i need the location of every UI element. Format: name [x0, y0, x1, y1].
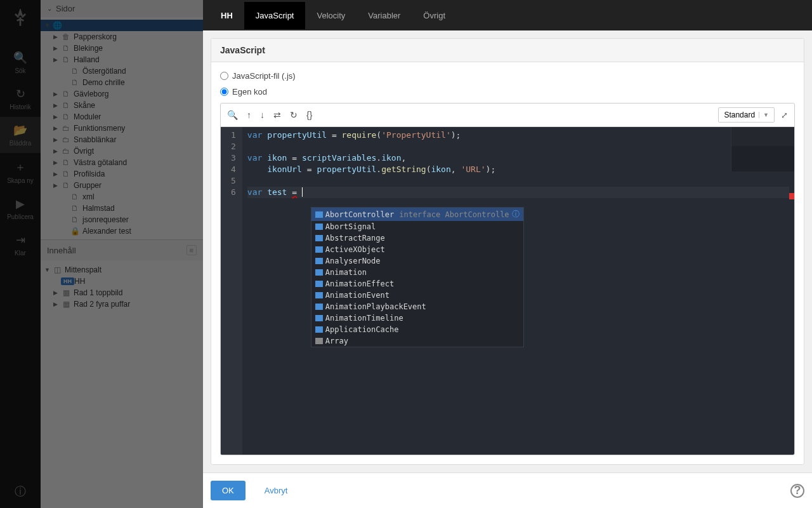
braces-icon[interactable]: {}	[306, 110, 312, 120]
tab-hh[interactable]: HH	[209, 2, 244, 29]
code-editor[interactable]: 123456 var propertyUtil = require('Prope…	[221, 127, 794, 455]
expander-icon[interactable]: ▶	[53, 125, 61, 131]
tree-item[interactable]: ▶▦ Rad 2 fyra puffar	[41, 298, 203, 310]
pages-section-header[interactable]: ⌄ Sidor	[41, 0, 203, 17]
fullscreen-icon[interactable]: ⤢	[781, 110, 788, 120]
tree-item[interactable]: ▶🗋Moduler	[41, 111, 203, 123]
radio-js-file[interactable]: JavaScript-fil (.js)	[220, 71, 795, 81]
rail-publish[interactable]: ▶Publicera	[0, 190, 41, 227]
expander-icon[interactable]: ▶	[53, 102, 61, 109]
autocomplete-item[interactable]: AnimationEvent	[311, 290, 523, 301]
autocomplete-item[interactable]: AnimationEffect	[311, 278, 523, 290]
ok-button[interactable]: OK	[211, 481, 246, 500]
search-icon[interactable]: 🔍	[227, 110, 238, 120]
autocomplete-item[interactable]: AnalyserNode	[311, 255, 523, 267]
tree-item[interactable]: 🗋Halmstad	[41, 203, 203, 214]
rail-label: Klar	[15, 250, 26, 257]
page-icon: 🗋	[70, 192, 80, 201]
tree-item[interactable]: ▶🗋Halland	[41, 54, 203, 65]
tree-item[interactable]: ▶🗋Blekinge	[41, 43, 203, 54]
arrow-down-icon[interactable]: ↓	[260, 110, 265, 120]
page-icon: 🗋	[70, 67, 80, 76]
page-icon: 🗋	[61, 101, 71, 110]
autocomplete-item[interactable]: AbortSignal	[311, 221, 523, 232]
expander-icon[interactable]: ▶	[53, 34, 61, 40]
rail-search[interactable]: 🔍Sök	[0, 44, 41, 81]
tree-item[interactable]: ▼◫ Mittenspalt	[41, 264, 203, 276]
hh-badge-icon: HH	[61, 277, 74, 285]
tab-variabler[interactable]: Variabler	[357, 2, 412, 29]
tree-item[interactable]: ▶🗋Västra götaland	[41, 157, 203, 168]
expander-icon[interactable]: ▼	[44, 267, 52, 273]
code-area[interactable]: var propertyUtil = require('PropertyUtil…	[242, 127, 794, 455]
folder-open-icon: 📂	[13, 123, 27, 137]
autocomplete-item[interactable]: Array	[311, 335, 523, 347]
expander-icon[interactable]: ▶	[53, 171, 61, 177]
content-menu-icon[interactable]: ≡	[187, 245, 197, 255]
autocomplete-item[interactable]: AnimationTimeline	[311, 312, 523, 324]
expander-icon[interactable]: ▶	[53, 137, 61, 143]
kind-icon	[315, 304, 323, 310]
tree-item[interactable]: ▶🗋Skåne	[41, 100, 203, 111]
grid-icon: ▦	[61, 300, 71, 309]
expander-icon[interactable]: ▶	[53, 57, 61, 63]
completion-name: AnimationPlaybackEvent	[325, 302, 426, 311]
rail-done[interactable]: ⇥Klar	[0, 227, 41, 263]
tree-item[interactable]: ▶🗀Funktionsmeny	[41, 123, 203, 134]
exit-icon: ⇥	[16, 233, 25, 247]
tree-item[interactable]: ▶🗀Snabblänkar	[41, 134, 203, 145]
tree-item[interactable]: 🗋jsonrequester	[41, 214, 203, 225]
modal-body: JavaScript JavaScript-fil (.js) Egen kod…	[203, 30, 812, 472]
content-panel: Innehåll ≡ ▼◫ MittenspaltHH HH▶▦ Rad 1 t…	[41, 239, 203, 314]
minimap[interactable]	[731, 127, 794, 171]
swap-icon[interactable]: ⇄	[273, 110, 281, 120]
expander-icon[interactable]: ▶	[53, 148, 61, 154]
tree-item-label: Västra götaland	[74, 158, 127, 167]
tree-item[interactable]: ▶▦ Rad 1 toppbild	[41, 287, 203, 298]
expander-icon[interactable]: ▶	[53, 91, 61, 97]
autocomplete-item[interactable]: ApplicationCache	[311, 324, 523, 335]
tree-item[interactable]: ▶🗀Övrigt	[41, 145, 203, 157]
rail-history[interactable]: ↻Historik	[0, 81, 41, 117]
autocomplete-item[interactable]: AbstractRange	[311, 232, 523, 244]
expander-icon[interactable]: ▶	[53, 114, 61, 120]
tab-velocity[interactable]: Velocity	[305, 2, 357, 29]
expander-icon[interactable]: ▶	[53, 290, 61, 296]
tree-item[interactable]: HH HH	[41, 276, 203, 287]
expander-icon[interactable]: ▶	[53, 45, 61, 51]
expander-icon[interactable]: ▼	[44, 22, 52, 29]
radio-input[interactable]	[220, 88, 228, 96]
refresh-icon[interactable]: ↻	[290, 110, 298, 120]
tree-item[interactable]: 🗋Östergötland	[41, 65, 203, 77]
autocomplete-popup[interactable]: AbortControllerinterface AbortController…	[311, 207, 524, 347]
radio-own-code[interactable]: Egen kod	[220, 87, 795, 97]
expander-icon[interactable]: ▶	[53, 159, 61, 166]
arrow-up-icon[interactable]: ↑	[247, 110, 251, 120]
content-section-header[interactable]: Innehåll ≡	[41, 240, 203, 260]
tree-item[interactable]: 🔒Alexander test	[41, 225, 203, 237]
chevron-down-icon: ⌄	[47, 5, 52, 12]
expander-icon[interactable]: ▶	[53, 182, 61, 189]
tree-item[interactable]: ▶🗑Papperskorg	[41, 31, 203, 43]
tab-ovrigt[interactable]: Övrigt	[412, 2, 457, 29]
tree-item[interactable]: ▶🗋Profilsida	[41, 168, 203, 180]
tree-item[interactable]: ▼🌐	[41, 20, 203, 31]
theme-select[interactable]: Standard ▼	[718, 107, 775, 123]
tree-item[interactable]: 🗋Demo chrille	[41, 77, 203, 88]
autocomplete-item[interactable]: ActiveXObject	[311, 244, 523, 255]
cancel-button[interactable]: Avbryt	[253, 481, 299, 500]
autocomplete-item[interactable]: AnimationPlaybackEvent	[311, 301, 523, 312]
tab-javascript[interactable]: JavaScript	[244, 2, 306, 29]
autocomplete-item[interactable]: AbortControllerinterface AbortController…	[311, 208, 523, 221]
help-icon[interactable]: ?	[790, 484, 804, 498]
expander-icon[interactable]: ▶	[53, 301, 61, 307]
rail-create[interactable]: ＋Skapa ny	[0, 153, 41, 190]
autocomplete-item[interactable]: Animation	[311, 267, 523, 278]
radio-input[interactable]	[220, 72, 228, 80]
info-icon[interactable]: ⓘ	[512, 209, 520, 220]
rail-info[interactable]: ⓘ	[0, 478, 41, 508]
rail-browse[interactable]: 📂Bläddra	[0, 117, 41, 153]
tree-item[interactable]: ▶🗋Grupper	[41, 180, 203, 191]
tree-item[interactable]: 🗋xml	[41, 191, 203, 203]
tree-item[interactable]: ▶🗋Gävleborg	[41, 88, 203, 100]
